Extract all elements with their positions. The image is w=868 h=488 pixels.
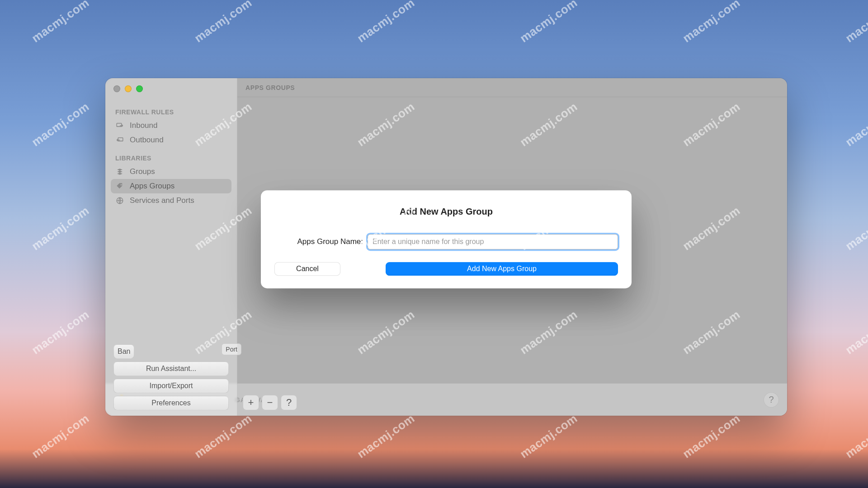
add-button[interactable]: + — [243, 395, 259, 410]
sidebar-item-label: Groups — [130, 167, 155, 176]
cancel-button[interactable]: Cancel — [274, 262, 340, 276]
list-toolbar: + − ? — [243, 395, 297, 410]
section-firewall-rules: FIREWALL RULES — [111, 101, 231, 118]
sidebar-item-apps-groups[interactable]: Apps Groups — [111, 179, 231, 193]
sidebar-item-label: Inbound — [130, 121, 157, 130]
help-button[interactable]: ? — [281, 395, 297, 410]
preferences-button[interactable]: Preferences — [113, 396, 229, 410]
sidebar-buttons: Ban Port Run Assistant... Import/Export … — [111, 344, 231, 410]
question-icon: ? — [286, 397, 292, 408]
run-assistant-button[interactable]: Run Assistant... — [113, 361, 229, 376]
globe-icon — [115, 196, 124, 205]
section-libraries: LIBRARIES — [111, 147, 231, 164]
main-header: APPS GROUPS — [237, 78, 787, 97]
stack-icon — [115, 167, 124, 176]
tag-icon — [115, 182, 124, 191]
window-controls — [111, 82, 231, 101]
plus-icon: + — [248, 397, 254, 408]
network-in-icon — [115, 121, 124, 130]
remove-button[interactable]: − — [262, 395, 278, 410]
dialog-title: Add New Apps Group — [274, 206, 618, 217]
add-apps-group-dialog: Add New Apps Group Apps Group Name: Canc… — [261, 190, 632, 288]
sidebar-item-label: Services and Ports — [130, 196, 194, 205]
app-window: FIREWALL RULES Inbound Outbound LIBRARIE… — [105, 78, 787, 416]
apps-group-name-input[interactable] — [368, 234, 618, 249]
sidebar-item-outbound[interactable]: Outbound — [111, 133, 231, 147]
zoom-window-icon[interactable] — [136, 85, 143, 92]
sidebar-item-inbound[interactable]: Inbound — [111, 118, 231, 133]
sidebar-item-label: Apps Groups — [130, 182, 175, 191]
sidebar-item-label: Outbound — [130, 136, 164, 145]
network-out-icon — [115, 136, 124, 145]
sidebar: FIREWALL RULES Inbound Outbound LIBRARIE… — [105, 78, 237, 416]
minimize-window-icon[interactable] — [125, 85, 132, 92]
close-window-icon[interactable] — [113, 85, 120, 92]
svg-rect-1 — [118, 138, 123, 141]
minus-icon: − — [267, 397, 273, 408]
ban-button[interactable]: Ban — [113, 344, 134, 359]
sidebar-item-services-ports[interactable]: Services and Ports — [111, 193, 231, 208]
main-header-title: APPS GROUPS — [245, 84, 295, 91]
confirm-add-group-button[interactable]: Add New Apps Group — [386, 262, 618, 276]
svg-rect-0 — [117, 123, 122, 127]
dialog-field-label: Apps Group Name: — [274, 237, 363, 246]
sidebar-item-groups[interactable]: Groups — [111, 164, 231, 179]
import-export-button[interactable]: Import/Export — [113, 379, 229, 393]
